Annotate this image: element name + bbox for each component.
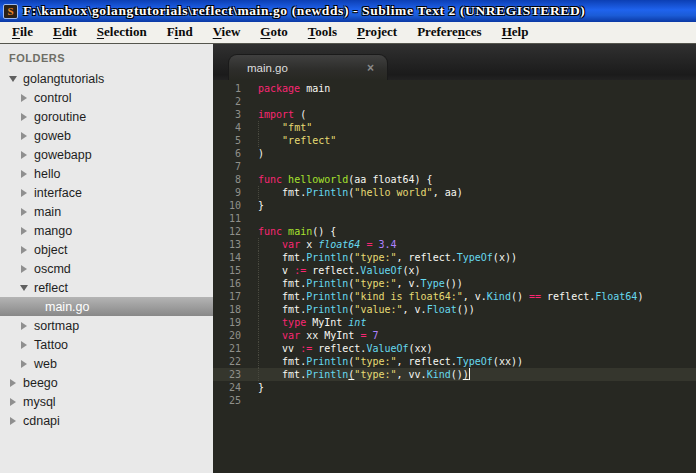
sidebar-item-oscmd[interactable]: oscmd [0,259,213,278]
code-text[interactable]: fmt.Println("hello world", aa) [258,186,696,199]
sidebar-item-web[interactable]: web [0,354,213,373]
line-number[interactable]: 13 [213,238,258,251]
line-number[interactable]: 1 [213,82,258,95]
sidebar-item-hello[interactable]: hello [0,164,213,183]
sidebar-item-mysql[interactable]: mysql [0,392,213,411]
sidebar-item-goroutine[interactable]: goroutine [0,107,213,126]
menu-goto[interactable]: Goto [250,22,297,43]
code-text[interactable]: func main() { [258,225,696,238]
triangle-collapsed-icon[interactable] [16,259,31,278]
menu-preferences[interactable]: Preferences [407,22,492,43]
line-number[interactable]: 21 [213,342,258,355]
sidebar-item-control[interactable]: control [0,88,213,107]
triangle-collapsed-icon[interactable] [16,107,31,126]
code-line-1[interactable]: 1package main [213,82,696,95]
code-text[interactable]: package main [258,82,696,95]
triangle-collapsed-icon[interactable] [16,202,31,221]
code-text[interactable]: func helloworld(aa float64) { [258,173,696,186]
line-number[interactable]: 2 [213,95,258,108]
code-line-19[interactable]: 19 type MyInt int [213,316,696,329]
code-text[interactable]: ) [258,147,696,160]
line-number[interactable]: 9 [213,186,258,199]
code-text[interactable]: vv := reflect.ValueOf(xx) [258,342,696,355]
sidebar-item-beego[interactable]: beego [0,373,213,392]
sidebar-item-object[interactable]: object [0,240,213,259]
tab-close-icon[interactable]: × [367,61,374,75]
triangle-collapsed-icon[interactable] [16,316,31,335]
code-text[interactable] [258,160,696,173]
code-text[interactable]: } [258,199,696,212]
code-text[interactable]: import ( [258,108,696,121]
sidebar-item-main-go[interactable]: main.go [0,297,213,316]
code-line-13[interactable]: 13 var x float64 = 3.4 [213,238,696,251]
menu-file[interactable]: File [2,22,43,43]
line-number[interactable]: 14 [213,251,258,264]
code-line-22[interactable]: 22 fmt.Println("type:", reflect.TypeOf(x… [213,355,696,368]
code-text[interactable]: var x float64 = 3.4 [258,238,696,251]
sidebar-item-tattoo[interactable]: Tattoo [0,335,213,354]
triangle-collapsed-icon[interactable] [5,392,20,411]
triangle-collapsed-icon[interactable] [16,354,31,373]
sidebar-item-goweb[interactable]: goweb [0,126,213,145]
code-text[interactable]: v := reflect.ValueOf(x) [258,264,696,277]
triangle-collapsed-icon[interactable] [16,240,31,259]
code-line-10[interactable]: 10} [213,199,696,212]
code-line-21[interactable]: 21 vv := reflect.ValueOf(xx) [213,342,696,355]
sidebar-item-cdnapi[interactable]: cdnapi [0,411,213,430]
code-text[interactable]: fmt.Println("kind is float64:", v.Kind()… [258,290,696,303]
line-number[interactable]: 5 [213,134,258,147]
line-number[interactable]: 16 [213,277,258,290]
code-area[interactable]: 1package main23import (4 "fmt"5 "reflect… [213,80,696,473]
triangle-collapsed-icon[interactable] [16,183,31,202]
code-line-25[interactable]: 25 [213,394,696,407]
tab-main-go[interactable]: main.go × [228,54,388,80]
code-line-2[interactable]: 2 [213,95,696,108]
code-line-12[interactable]: 12func main() { [213,225,696,238]
code-text[interactable]: "reflect" [258,134,696,147]
code-line-6[interactable]: 6) [213,147,696,160]
line-number[interactable]: 25 [213,394,258,407]
code-text[interactable]: fmt.Println("type:", v.Type()) [258,277,696,290]
line-number[interactable]: 12 [213,225,258,238]
code-text[interactable] [258,394,696,407]
code-text[interactable] [258,95,696,108]
line-number[interactable]: 8 [213,173,258,186]
menu-help[interactable]: Help [492,22,539,43]
line-number[interactable]: 19 [213,316,258,329]
line-number[interactable]: 22 [213,355,258,368]
triangle-collapsed-icon[interactable] [16,88,31,107]
code-line-11[interactable]: 11 [213,212,696,225]
line-number[interactable]: 18 [213,303,258,316]
triangle-collapsed-icon[interactable] [16,164,31,183]
triangle-collapsed-icon[interactable] [5,373,20,392]
line-number[interactable]: 4 [213,121,258,134]
sidebar-item-sortmap[interactable]: sortmap [0,316,213,335]
triangle-expanded-icon[interactable] [5,69,20,88]
code-text[interactable]: fmt.Println("type:", reflect.TypeOf(x)) [258,251,696,264]
sidebar-item-gowebapp[interactable]: gowebapp [0,145,213,164]
line-number[interactable]: 17 [213,290,258,303]
sidebar-item-golangtutorials[interactable]: golangtutorials [0,69,213,88]
code-line-5[interactable]: 5 "reflect" [213,134,696,147]
triangle-collapsed-icon[interactable] [16,145,31,164]
line-number[interactable]: 3 [213,108,258,121]
titlebar[interactable]: S F:\kanbox\golangtutorials\reflect\main… [0,0,696,22]
triangle-collapsed-icon[interactable] [16,221,31,240]
line-number[interactable]: 10 [213,199,258,212]
sidebar-item-main[interactable]: main [0,202,213,221]
menu-project[interactable]: Project [347,22,407,43]
menu-edit[interactable]: Edit [43,22,87,43]
code-line-17[interactable]: 17 fmt.Println("kind is float64:", v.Kin… [213,290,696,303]
triangle-collapsed-icon[interactable] [16,126,31,145]
code-line-4[interactable]: 4 "fmt" [213,121,696,134]
code-text[interactable]: "fmt" [258,121,696,134]
code-line-14[interactable]: 14 fmt.Println("type:", reflect.TypeOf(x… [213,251,696,264]
code-line-20[interactable]: 20 var xx MyInt = 7 [213,329,696,342]
code-line-24[interactable]: 24} [213,381,696,394]
menu-selection[interactable]: Selection [87,22,157,43]
triangle-expanded-icon[interactable] [16,278,31,297]
code-text[interactable]: } [258,381,696,394]
line-number[interactable]: 7 [213,160,258,173]
code-text[interactable]: type MyInt int [258,316,696,329]
line-number[interactable]: 23 [213,368,258,381]
